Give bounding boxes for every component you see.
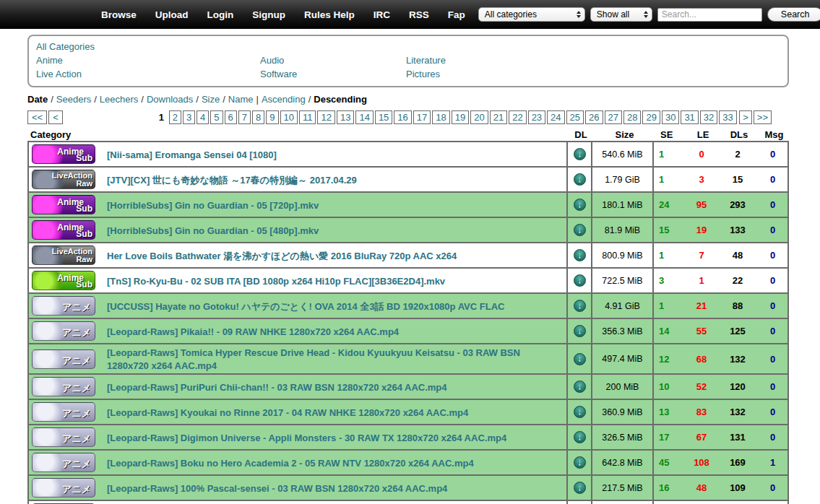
torrent-title-link[interactable]: [Leopard-Raws] PuriPuri Chii-chan!! - 03… [107, 382, 447, 393]
torrent-title-link[interactable]: [HorribleSubs] Gin no Guardian - 05 [720… [107, 200, 319, 211]
first-page-button[interactable]: << [27, 110, 47, 124]
page-link-15[interactable]: 15 [375, 110, 392, 124]
category-badge-anime-raw[interactable]: アニメ [32, 321, 95, 341]
torrent-title-link[interactable]: [Leopard-Raws] 100% Pascal-sensei - 03 R… [107, 483, 447, 494]
category-link-pictures[interactable]: Pictures [406, 67, 446, 81]
sort-link-ascending[interactable]: Ascending [262, 94, 306, 105]
torrent-title-link[interactable]: [Leopard-Raws] Boku no Hero Academia 2 -… [107, 458, 474, 469]
category-badge-anime-raw[interactable]: アニメ [32, 349, 95, 369]
page-link-7[interactable]: 7 [238, 110, 251, 124]
page-link-28[interactable]: 28 [623, 110, 641, 124]
page-link-24[interactable]: 24 [547, 110, 564, 124]
nav-link-signup[interactable]: Signup [252, 9, 285, 20]
torrent-title-link[interactable]: [JTV][CX] 世にも奇妙な物語 ～17春の特別編～ 2017.04.29 [107, 175, 357, 186]
page-link-22[interactable]: 22 [509, 110, 526, 124]
category-badge-anime-sub[interactable]: Anime Sub [32, 144, 95, 164]
sort-link-size[interactable]: Size [202, 94, 220, 105]
torrent-title-link[interactable]: Her Love Boils Bathwater 湯を沸かすほどの熱い愛 201… [107, 251, 457, 261]
category-select[interactable]: All categories [478, 7, 585, 22]
page-link-25[interactable]: 25 [566, 110, 584, 124]
page-link-11[interactable]: 11 [299, 110, 316, 124]
page-link-26[interactable]: 26 [585, 110, 603, 124]
download-icon[interactable]: ↓ [574, 406, 586, 418]
category-badge-anime-sub[interactable]: Anime Sub [32, 195, 95, 214]
search-input[interactable] [657, 8, 762, 22]
page-link-30[interactable]: 30 [662, 110, 679, 124]
page-link-6[interactable]: 6 [225, 110, 237, 124]
next-page-button[interactable]: > [739, 110, 752, 124]
download-icon[interactable]: ↓ [574, 482, 586, 494]
download-icon[interactable]: ↓ [574, 300, 586, 312]
category-link-live-action[interactable]: Live Action [36, 67, 260, 81]
nav-link-login[interactable]: Login [207, 9, 234, 20]
page-link-18[interactable]: 18 [432, 110, 449, 124]
category-badge-anime-raw[interactable]: アニメ [32, 377, 95, 396]
nav-link-rss[interactable]: RSS [409, 9, 429, 20]
download-icon[interactable]: ↓ [574, 148, 586, 160]
page-link-32[interactable]: 32 [700, 110, 717, 124]
torrent-title-link[interactable]: [Nii-sama] Eromanga Sensei 04 [1080] [107, 149, 277, 160]
torrent-title-link[interactable]: [Leopard-Raws] Digimon Universe - Appli … [107, 433, 506, 443]
category-badge-liveaction-raw[interactable]: LiveAction Raw [32, 246, 95, 265]
download-icon[interactable]: ↓ [574, 381, 586, 393]
download-icon[interactable]: ↓ [574, 249, 586, 261]
page-link-12[interactable]: 12 [317, 110, 335, 124]
category-link-literature[interactable]: Literature [406, 53, 446, 67]
page-link-8[interactable]: 8 [252, 110, 264, 124]
sort-link-seeders[interactable]: Seeders [56, 94, 91, 105]
torrent-title-link[interactable]: [UCCUSS] Hayate no Gotoku! ハヤテのごとく! OVA … [107, 301, 504, 312]
page-link-2[interactable]: 2 [169, 110, 181, 124]
torrent-title-link[interactable]: [HorribleSubs] Gin no Guardian - 05 [480… [107, 225, 319, 236]
page-link-29[interactable]: 29 [642, 110, 660, 124]
page-link-23[interactable]: 23 [528, 110, 545, 124]
nav-link-rules-help[interactable]: Rules Help [304, 9, 355, 20]
category-badge-liveaction-raw[interactable]: LiveAction Raw [32, 170, 95, 189]
page-link-3[interactable]: 3 [183, 110, 195, 124]
download-icon[interactable]: ↓ [574, 224, 586, 236]
filter-select[interactable]: Show all [590, 7, 652, 22]
category-badge-anime-raw[interactable]: アニメ [32, 453, 95, 472]
nav-link-fap[interactable]: Fap [448, 9, 465, 20]
torrent-title-link[interactable]: [TnS] Ro-Kyu-Bu - 02 SUB ITA [BD 1080p x… [107, 276, 445, 287]
page-link-4[interactable]: 4 [197, 110, 209, 124]
page-link-19[interactable]: 19 [452, 110, 469, 124]
nav-link-upload[interactable]: Upload [155, 9, 189, 20]
last-page-button[interactable]: >> [754, 110, 772, 124]
page-link-10[interactable]: 10 [280, 110, 298, 124]
page-link-31[interactable]: 31 [681, 110, 698, 124]
nav-link-irc[interactable]: IRC [374, 9, 390, 20]
download-icon[interactable]: ↓ [574, 353, 586, 365]
download-icon[interactable]: ↓ [574, 173, 586, 186]
page-link-9[interactable]: 9 [266, 110, 278, 124]
category-badge-anime-raw[interactable]: アニメ [32, 296, 95, 316]
page-link-16[interactable]: 16 [394, 110, 411, 124]
page-link-17[interactable]: 17 [413, 110, 431, 124]
sort-link-leechers[interactable]: Leechers [100, 94, 138, 105]
category-badge-anime-sub-green[interactable]: Anime Sub [32, 271, 95, 290]
page-link-33[interactable]: 33 [719, 110, 736, 124]
download-icon[interactable]: ↓ [574, 325, 586, 337]
nav-link-browse[interactable]: Browse [101, 9, 137, 20]
category-badge-anime-sub[interactable]: Anime Sub [32, 220, 95, 240]
torrent-title-link[interactable]: [Leopard-Raws] Tomica Hyper Rescue Drive… [107, 347, 520, 371]
category-badge-anime-raw[interactable]: アニメ [32, 402, 95, 422]
page-link-13[interactable]: 13 [337, 110, 354, 124]
download-icon[interactable]: ↓ [574, 274, 586, 287]
category-link-all-categories[interactable]: All Categories [36, 40, 260, 53]
page-link-5[interactable]: 5 [210, 110, 223, 124]
sort-link-downloads[interactable]: Downloads [147, 94, 193, 105]
prev-page-button[interactable]: < [48, 110, 63, 124]
page-link-27[interactable]: 27 [605, 110, 622, 124]
sort-link-name[interactable]: Name [228, 94, 254, 105]
page-link-20[interactable]: 20 [470, 110, 488, 124]
category-badge-anime-raw[interactable]: アニメ [32, 478, 95, 498]
torrent-title-link[interactable]: [Leopard-Raws] Kyoukai no Rinne 2017 - 0… [107, 407, 468, 418]
download-icon[interactable]: ↓ [574, 456, 586, 469]
page-link-14[interactable]: 14 [355, 110, 373, 124]
category-link-audio[interactable]: Audio [260, 53, 406, 67]
download-icon[interactable]: ↓ [574, 199, 586, 211]
category-link-software[interactable]: Software [260, 67, 406, 81]
torrent-title-link[interactable]: [Leopard-Raws] Pikaia!! - 09 RAW NHKE 12… [107, 326, 399, 337]
page-link-21[interactable]: 21 [490, 110, 507, 124]
download-icon[interactable]: ↓ [574, 431, 586, 443]
